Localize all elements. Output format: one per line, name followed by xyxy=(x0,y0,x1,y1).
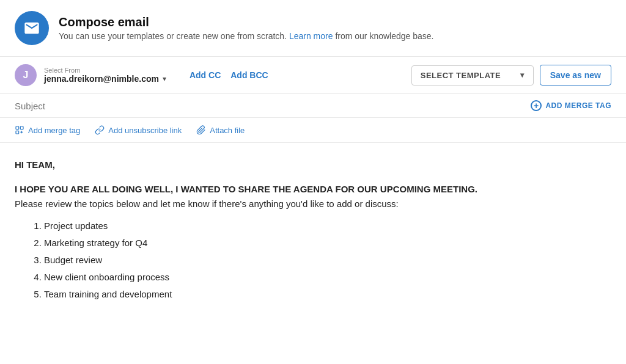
header-text: Compose email You can use your templates… xyxy=(59,15,433,41)
email-greeting: HI TEAM, xyxy=(15,158,611,172)
from-email-row: jenna.dreikorn@nimble.com ▾ xyxy=(44,74,166,84)
subject-input[interactable] xyxy=(15,101,531,111)
add-unsubscribe-label: Add unsubscribe link xyxy=(108,126,182,135)
from-info: Select From jenna.dreikorn@nimble.com ▾ xyxy=(44,67,166,84)
list-item: Team training and development xyxy=(44,287,611,302)
template-dropdown-arrow: ▾ xyxy=(520,71,525,79)
from-section: J Select From jenna.dreikorn@nimble.com … xyxy=(15,64,166,86)
list-item: Marketing strategy for Q4 xyxy=(44,236,611,250)
header-subtitle: You can use your templates or create new… xyxy=(59,31,433,41)
svg-rect-2 xyxy=(16,131,19,134)
email-agenda-list: Project updatesMarketing strategy for Q4… xyxy=(44,219,611,302)
list-item: Project updates xyxy=(44,219,611,233)
add-cc-button[interactable]: Add CC xyxy=(186,68,224,82)
email-body: HI TEAM, I HOPE YOU ARE ALL DOING WELL, … xyxy=(0,143,626,319)
list-item: New client onboarding process xyxy=(44,270,611,285)
merge-tag-label: ADD MERGE TAG xyxy=(545,101,611,110)
link-icon xyxy=(95,125,105,135)
page-title: Compose email xyxy=(59,15,433,29)
from-row: J Select From jenna.dreikorn@nimble.com … xyxy=(0,57,626,94)
toolbar-row: Add merge tag Add unsubscribe link Attac… xyxy=(0,118,626,143)
add-merge-tag-button[interactable]: + ADD MERGE TAG xyxy=(531,100,611,111)
add-bcc-button[interactable]: Add BCC xyxy=(227,68,271,82)
email-compose-header: Compose email You can use your templates… xyxy=(0,0,626,57)
from-email: jenna.dreikorn@nimble.com xyxy=(44,74,159,84)
email-intro: I HOPE YOU ARE ALL DOING WELL, I WANTED … xyxy=(15,182,611,211)
svg-rect-0 xyxy=(16,126,19,129)
email-intro-normal: Please review the topics below and let m… xyxy=(15,197,611,211)
from-label: Select From xyxy=(44,67,166,74)
from-dropdown-arrow[interactable]: ▾ xyxy=(163,75,166,83)
avatar: J xyxy=(15,64,37,86)
paperclip-icon xyxy=(196,125,206,135)
list-item: Budget review xyxy=(44,253,611,268)
cc-bcc-section: Add CC Add BCC xyxy=(186,68,272,82)
attach-file-label: Attach file xyxy=(210,126,245,135)
select-template-dropdown[interactable]: SELECT TEMPLATE ▾ xyxy=(411,65,534,86)
merge-tag-icon xyxy=(15,125,24,135)
template-section: SELECT TEMPLATE ▾ Save as new xyxy=(411,65,611,86)
email-intro-caps: I HOPE YOU ARE ALL DOING WELL, I WANTED … xyxy=(15,182,611,197)
select-template-label: SELECT TEMPLATE xyxy=(421,71,501,80)
learn-more-link[interactable]: Learn more xyxy=(289,31,333,41)
compose-icon xyxy=(15,11,49,45)
add-merge-tag-toolbar-button[interactable]: Add merge tag xyxy=(15,125,80,135)
add-merge-tag-label: Add merge tag xyxy=(28,126,80,135)
subject-row: + ADD MERGE TAG xyxy=(0,94,626,118)
add-unsubscribe-button[interactable]: Add unsubscribe link xyxy=(95,125,182,135)
svg-rect-1 xyxy=(20,126,23,129)
save-as-new-button[interactable]: Save as new xyxy=(540,65,611,86)
circle-plus-icon: + xyxy=(531,100,542,111)
attach-file-button[interactable]: Attach file xyxy=(196,125,245,135)
